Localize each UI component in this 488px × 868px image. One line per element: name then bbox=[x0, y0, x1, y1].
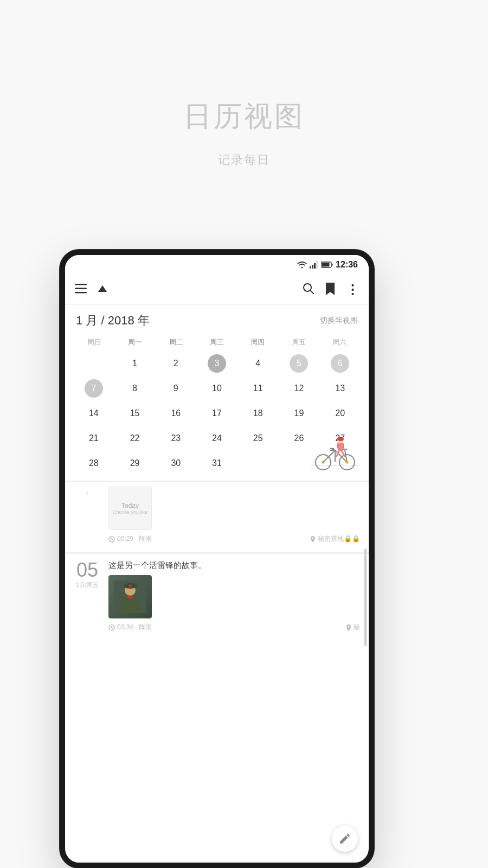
entry-meta-1: 00:29 · 阵雨 秘密基地🔒🔒 bbox=[108, 534, 360, 544]
entry-image-today: Today Choose you like bbox=[108, 487, 152, 530]
svg-rect-1 bbox=[312, 265, 313, 269]
status-time: 12:36 bbox=[336, 260, 358, 270]
day-header-sun: 周日 bbox=[74, 335, 114, 349]
page-title: 日历视图 bbox=[0, 98, 488, 136]
title-area: 日历视图 记录每日 bbox=[0, 98, 488, 168]
cal-cell[interactable]: 31 bbox=[197, 451, 237, 475]
hamburger-icon[interactable] bbox=[75, 283, 87, 297]
day-header-wed: 周三 bbox=[196, 335, 237, 349]
cal-cell[interactable]: 25 bbox=[238, 426, 278, 450]
svg-rect-2 bbox=[314, 263, 316, 269]
entry-date-2: 05 1月/周五 bbox=[74, 560, 101, 589]
location-icon-2 bbox=[346, 624, 351, 631]
today-label: Today bbox=[121, 502, 139, 509]
cal-cell bbox=[238, 451, 278, 475]
cal-cell[interactable]: 30 bbox=[156, 451, 196, 475]
entry-content-1: Today Choose you like 00:29 · 阵雨 bbox=[108, 487, 360, 544]
app-header: ⋮ bbox=[65, 275, 369, 305]
entry-title-2: 这是另一个活雷锋的故事。 bbox=[108, 560, 360, 571]
cal-cell[interactable]: 13 bbox=[320, 376, 360, 400]
clock-icon bbox=[108, 536, 115, 542]
cal-cell[interactable]: 20 bbox=[320, 401, 360, 425]
cal-cell[interactable]: 8 bbox=[115, 376, 155, 400]
bookmark-icon[interactable] bbox=[325, 282, 335, 297]
battery-icon bbox=[321, 261, 333, 268]
cal-cell[interactable]: 28 bbox=[74, 451, 114, 475]
up-icon[interactable] bbox=[98, 284, 107, 296]
cal-cell[interactable]: 16 bbox=[156, 401, 196, 425]
svg-marker-10 bbox=[98, 285, 107, 292]
page-subtitle: 记录每日 bbox=[0, 152, 488, 168]
cal-cell[interactable]: 12 bbox=[279, 376, 319, 400]
status-bar: 12:36 bbox=[65, 255, 369, 275]
cal-cell[interactable]: 11 bbox=[238, 376, 278, 400]
cal-cell[interactable]: 4 bbox=[238, 352, 278, 375]
entry-content-2: 这是另一个活雷锋的故事。 bbox=[108, 560, 360, 632]
status-icons: 12:36 bbox=[297, 260, 358, 270]
diary-entry-2: 05 1月/周五 这是另一个活雷锋的故事。 bbox=[65, 554, 369, 641]
cal-cell[interactable]: 21 bbox=[74, 426, 114, 450]
phone-frame: 12:36 bbox=[60, 250, 374, 868]
cal-cell[interactable]: 14 bbox=[74, 401, 114, 425]
calendar-switch-button[interactable]: 切换年视图 bbox=[320, 316, 358, 326]
svg-rect-9 bbox=[75, 292, 87, 293]
svg-point-32 bbox=[322, 461, 325, 464]
cal-cell[interactable]: 1 bbox=[115, 352, 155, 375]
entry-date-1: · bbox=[74, 487, 101, 497]
day-header-mon: 周一 bbox=[114, 335, 155, 349]
entry-image-soldier bbox=[108, 575, 152, 618]
day-header-tue: 周二 bbox=[156, 335, 196, 349]
svg-line-35 bbox=[112, 539, 113, 540]
cal-cell-today[interactable]: 7 bbox=[74, 376, 114, 400]
day-headers: 周日 周一 周二 周三 周四 周五 周六 bbox=[74, 335, 360, 349]
fab-button[interactable] bbox=[332, 826, 358, 852]
signal-icon bbox=[310, 261, 318, 269]
svg-line-16 bbox=[323, 450, 335, 462]
svg-rect-3 bbox=[316, 261, 318, 269]
cal-cell[interactable]: 18 bbox=[238, 401, 278, 425]
cal-cell[interactable]: 10 bbox=[197, 376, 237, 400]
scrollbar[interactable] bbox=[364, 548, 367, 646]
pen-icon bbox=[338, 832, 351, 845]
svg-point-26 bbox=[337, 437, 344, 441]
day-header-thu: 周四 bbox=[237, 335, 278, 349]
meta-time-1: 00:29 · 阵雨 bbox=[108, 534, 152, 544]
calendar-section: 1 月 / 2018 年 切换年视图 周日 周一 周二 周三 周四 周五 周六 … bbox=[65, 305, 369, 481]
cal-cell[interactable]: 22 bbox=[115, 426, 155, 450]
cal-cell[interactable]: 23 bbox=[156, 426, 196, 450]
cal-cell[interactable]: 24 bbox=[197, 426, 237, 450]
time-text-1: 00:29 · 阵雨 bbox=[117, 534, 152, 544]
time-text-2: 03:34 · 阵雨 bbox=[117, 623, 152, 632]
cal-cell[interactable]: 19 bbox=[279, 401, 319, 425]
day-header-sat: 周六 bbox=[319, 335, 360, 349]
today-sub-label: Choose you like bbox=[113, 509, 147, 515]
meta-time-2: 03:34 · 阵雨 bbox=[108, 623, 152, 632]
location-text-2: 秘 bbox=[354, 623, 360, 632]
cal-cell[interactable]: 17 bbox=[197, 401, 237, 425]
location-icon bbox=[310, 536, 316, 542]
svg-line-43 bbox=[112, 628, 113, 629]
header-right: ⋮ bbox=[303, 282, 359, 297]
bike-illustration bbox=[308, 434, 362, 472]
meta-location-2: 秘 bbox=[346, 623, 360, 632]
cal-cell[interactable]: 9 bbox=[156, 376, 196, 400]
search-icon[interactable] bbox=[303, 283, 314, 297]
date-number-2: 05 bbox=[74, 560, 101, 580]
cal-cell-5[interactable]: 5 bbox=[279, 352, 319, 375]
header-left bbox=[75, 283, 107, 297]
location-text-1: 秘密基地🔒🔒 bbox=[318, 534, 360, 544]
cal-cell bbox=[74, 352, 114, 375]
calendar-month-label: 1 月 / 2018 年 bbox=[76, 312, 150, 329]
more-icon[interactable]: ⋮ bbox=[346, 282, 359, 297]
cal-cell[interactable]: 15 bbox=[115, 401, 155, 425]
soldier-avatar bbox=[108, 575, 152, 618]
cal-cell-3[interactable]: 3 bbox=[197, 352, 237, 375]
calendar-header: 1 月 / 2018 年 切换年视图 bbox=[74, 305, 360, 335]
cal-cell-6[interactable]: 6 bbox=[320, 352, 360, 375]
diary-entry-1: · Today Choose you like 00:29 · 阵雨 bbox=[65, 482, 369, 553]
date-number: · bbox=[74, 487, 101, 497]
cal-cell[interactable]: 2 bbox=[156, 352, 196, 375]
date-sub-2: 1月/周五 bbox=[74, 581, 101, 589]
svg-point-31 bbox=[345, 461, 349, 464]
cal-cell[interactable]: 29 bbox=[115, 451, 155, 475]
